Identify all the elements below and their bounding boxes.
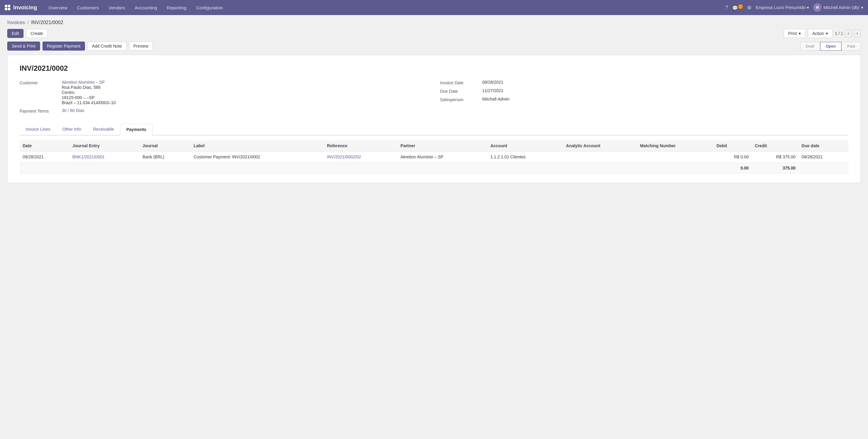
settings-icon[interactable]: ⚙ xyxy=(747,5,751,10)
col-credit: Credit xyxy=(752,140,798,151)
totals-row: 0.00 375.00 xyxy=(20,163,848,174)
invoice-number: INV/2021/0002 xyxy=(20,64,848,73)
print-dropdown-icon: ▾ xyxy=(799,31,801,36)
reference-link[interactable]: INV/2021/0002/02 xyxy=(327,155,361,159)
total-credit: 375.00 xyxy=(752,163,798,174)
state-draft[interactable]: Draft xyxy=(800,42,820,50)
tab-invoice-lines[interactable]: Invoice Lines xyxy=(20,124,56,135)
row-journal-entry: BNK1/2021/0001 xyxy=(69,151,139,163)
add-credit-note-button[interactable]: Add Credit Note xyxy=(87,41,127,50)
row-credit: R$ 375.00 xyxy=(752,151,798,163)
tab-receivable[interactable]: Receivable xyxy=(87,124,120,135)
customer-address-line2: Centro xyxy=(62,90,116,95)
topnav-right: ? 💬1 ⚙ Empresa Lucro Presumido ▾ M Mitch… xyxy=(725,3,863,12)
nav-accounting[interactable]: Accounting xyxy=(130,3,161,12)
table-header-row: Date Journal Entry Journal Label Referen… xyxy=(20,140,848,151)
invoice-date-value: 09/28/2021 xyxy=(482,80,503,85)
salesperson-label: Salesperson xyxy=(440,97,482,102)
register-payment-button[interactable]: Register Payment xyxy=(42,41,85,50)
row-label: Customer Payment: INV/2021/0002 xyxy=(190,151,324,163)
invoice-card: INV/2021/0002 Customer Akretion Aluminio… xyxy=(7,55,861,183)
user-menu[interactable]: M Mitchell Admin (db) ▾ xyxy=(813,3,863,12)
due-date-label: Due Date xyxy=(440,88,482,94)
col-journal: Journal xyxy=(140,140,191,151)
preview-button[interactable]: Preview xyxy=(129,41,153,50)
salesperson-value[interactable]: Mitchell Admin xyxy=(482,97,509,101)
user-name: Mitchell Admin (db) xyxy=(824,5,859,10)
print-label: Print xyxy=(788,31,797,36)
customer-label: Customer xyxy=(20,80,62,85)
app-name: Invoicing xyxy=(13,4,37,11)
row-due-date: 09/28/2021 xyxy=(799,151,848,163)
salesperson-field: Salesperson Mitchell Admin xyxy=(440,97,848,102)
nav-reporting[interactable]: Reporting xyxy=(162,3,190,12)
nav-vendors[interactable]: Vendors xyxy=(104,3,129,12)
company-name: Empresa Lucro Presumido xyxy=(755,5,806,10)
row-reference: INV/2021/0002/02 xyxy=(324,151,398,163)
company-dropdown-icon: ▾ xyxy=(807,5,809,10)
help-icon[interactable]: ? xyxy=(725,5,728,10)
col-analytic-account: Analytic Account xyxy=(563,140,637,151)
state-paid[interactable]: Paid xyxy=(841,42,861,50)
payments-section: Date Journal Entry Journal Label Referen… xyxy=(20,140,848,174)
col-matching-number: Matching Number xyxy=(637,140,714,151)
payment-terms-link[interactable]: 30 / 60 Dias xyxy=(62,108,84,113)
row-date: 09/28/2021 xyxy=(20,151,69,163)
breadcrumb: Invoices / INV/2021/0002 xyxy=(7,20,861,25)
invoice-date-label: Invoice Date xyxy=(440,80,482,85)
customer-name[interactable]: Akretion Aluminio – SP xyxy=(62,80,116,85)
pagination-text: 1 / 1 xyxy=(835,31,843,36)
customer-value: Akretion Aluminio – SP Rua Paulo Dias, 5… xyxy=(62,80,116,105)
payment-terms-label: Payment Terms xyxy=(20,108,62,113)
customer-address: Akretion Aluminio – SP Rua Paulo Dias, 5… xyxy=(62,80,116,105)
row-analytic-account xyxy=(563,151,637,163)
col-label: Label xyxy=(190,140,324,151)
action-label: Action xyxy=(812,31,824,36)
invoice-right-fields: Invoice Date 09/28/2021 Due Date 11/27/2… xyxy=(440,80,848,116)
chat-icon[interactable]: 💬1 xyxy=(732,4,743,11)
nav-overview[interactable]: Overview xyxy=(44,3,72,12)
print-button[interactable]: Print ▾ xyxy=(784,29,805,38)
customer-address-line1: Rua Paulo Dias, 586 xyxy=(62,85,116,90)
nav-customers[interactable]: Customers xyxy=(73,3,103,12)
state-open[interactable]: Open xyxy=(820,42,841,50)
customer-address-line4: Brazil – 11.034.414/0003–10 xyxy=(62,100,116,105)
chat-badge: 1 xyxy=(738,4,743,9)
journal-entry-link[interactable]: BNK1/2021/0001 xyxy=(72,155,104,159)
row-matching-number xyxy=(637,151,714,163)
topnav: Invoicing Overview Customers Vendors Acc… xyxy=(0,0,868,15)
row-debit: R$ 0.00 xyxy=(713,151,752,163)
edit-button[interactable]: Edit xyxy=(7,29,24,38)
send-print-button[interactable]: Send & Print xyxy=(7,41,40,50)
customer-address-line3: 18125-000 – –SP xyxy=(62,95,116,100)
pagination-prev[interactable]: ‹ xyxy=(845,30,852,37)
row-account: 1.1.2.1.01 Clientes xyxy=(487,151,563,163)
status-bar: Send & Print Register Payment Add Credit… xyxy=(7,41,861,50)
status-states: Draft Open Paid xyxy=(800,42,861,50)
table-row: 09/28/2021 BNK1/2021/0001 Bank (BRL) Cus… xyxy=(20,151,848,163)
tabs: Invoice Lines Other Info Receivable Paym… xyxy=(20,124,848,135)
avatar: M xyxy=(813,3,822,12)
toolbar: Edit Create Print ▾ Action ▾ 1 / 1 ‹ › xyxy=(7,29,861,38)
breadcrumb-separator: / xyxy=(27,20,29,25)
pagination-next[interactable]: › xyxy=(854,30,861,37)
topnav-menu: Overview Customers Vendors Accounting Re… xyxy=(44,3,725,12)
due-date-value: 11/27/2021 xyxy=(482,88,503,93)
breadcrumb-invoices[interactable]: Invoices xyxy=(7,20,25,25)
company-selector[interactable]: Empresa Lucro Presumido ▾ xyxy=(755,5,809,10)
app-logo[interactable]: Invoicing xyxy=(5,4,37,11)
due-date-field: Due Date 11/27/2021 xyxy=(440,88,848,94)
action-button[interactable]: Action ▾ xyxy=(808,29,832,38)
user-dropdown-icon: ▾ xyxy=(861,5,863,10)
totals-spacer xyxy=(20,163,713,174)
create-button[interactable]: Create xyxy=(26,29,48,38)
tab-other-info[interactable]: Other Info xyxy=(56,124,87,135)
grid-icon xyxy=(5,5,10,10)
nav-configuration[interactable]: Configuration xyxy=(192,3,227,12)
tab-payments[interactable]: Payments xyxy=(120,124,153,135)
col-account: Account xyxy=(487,140,563,151)
breadcrumb-current: INV/2021/0002 xyxy=(31,20,63,25)
payments-table: Date Journal Entry Journal Label Referen… xyxy=(20,140,848,174)
total-debit: 0.00 xyxy=(713,163,752,174)
toolbar-right: Print ▾ Action ▾ 1 / 1 ‹ › xyxy=(784,29,861,38)
